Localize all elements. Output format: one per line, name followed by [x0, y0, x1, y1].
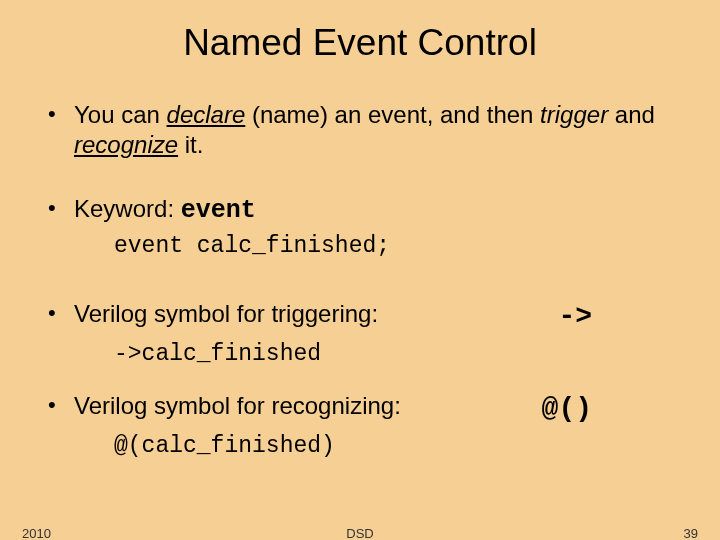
code-recognize: @(calc_finished): [74, 432, 672, 461]
label: Verilog symbol for triggering:: [74, 299, 378, 334]
keyword-declare: declare: [167, 101, 246, 128]
text: it.: [178, 131, 203, 158]
bullet-recognize-symbol: Verilog symbol for recognizing: @() @(ca…: [48, 391, 672, 461]
keyword-recognize: recognize: [74, 131, 178, 158]
code-event-decl: event calc_finished;: [74, 232, 672, 261]
bullet-list: You can declare (name) an event, and the…: [0, 74, 720, 461]
footer-page-number: 39: [684, 526, 698, 540]
symbol-at: @(): [542, 391, 672, 426]
text: and: [608, 101, 655, 128]
text: (name) an event, and then: [245, 101, 540, 128]
bullet-trigger-symbol: Verilog symbol for triggering: -> ->calc…: [48, 299, 672, 369]
footer-center: DSD: [0, 526, 720, 540]
slide-title: Named Event Control: [0, 0, 720, 74]
label: Verilog symbol for recognizing:: [74, 391, 401, 426]
bullet-declare-trigger-recognize: You can declare (name) an event, and the…: [48, 100, 672, 160]
symbol-trigger: ->: [558, 299, 672, 334]
keyword-trigger: trigger: [540, 101, 608, 128]
bullet-keyword-event: Keyword: event event calc_finished;: [48, 194, 672, 261]
row: Verilog symbol for recognizing: @(): [74, 391, 672, 426]
code-trigger: ->calc_finished: [74, 340, 672, 369]
label: Keyword:: [74, 195, 181, 222]
row: Verilog symbol for triggering: ->: [74, 299, 672, 334]
text: You can: [74, 101, 167, 128]
keyword-code: event: [181, 196, 256, 225]
